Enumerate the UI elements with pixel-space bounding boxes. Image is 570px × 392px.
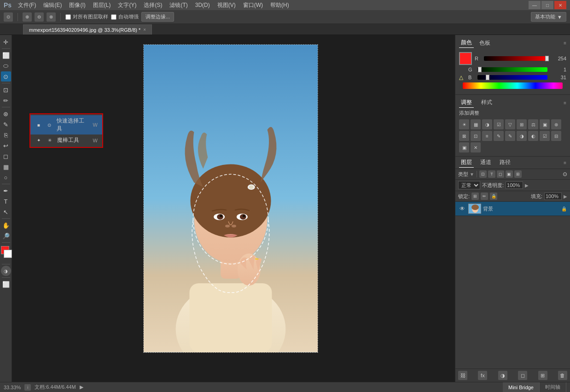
menu-window[interactable]: 窗口(W) <box>240 1 266 9</box>
quick-select-flyout-item[interactable]: ■ ⊙ 快速选择工具 W <box>30 115 102 135</box>
path-select-button[interactable]: ↖ <box>1 207 11 217</box>
filter-fill-icon[interactable]: ▣ <box>506 170 513 178</box>
opacity-input[interactable] <box>506 181 523 189</box>
intersect-selection-icon[interactable]: ⊗ <box>47 12 56 22</box>
document-tab[interactable]: mmexport1563940209496.jpg @ 33.3%(RGB/8)… <box>23 24 152 35</box>
timeline-tab[interactable]: 时间轴 <box>540 382 566 392</box>
auto-enhance-checkbox[interactable] <box>111 14 116 20</box>
selective-color-icon[interactable]: ◐ <box>528 131 538 141</box>
photo-filter-icon[interactable]: ⊛ <box>551 119 561 129</box>
fill-input[interactable] <box>544 193 562 200</box>
minus-icon[interactable]: ⊟ <box>551 131 561 141</box>
filter-toggle[interactable]: ⊙ <box>563 171 567 177</box>
rectangular-select-button[interactable]: ⬜ <box>1 50 11 60</box>
menu-image[interactable]: 图像(I) <box>66 1 88 9</box>
posterize-icon[interactable]: ✎ <box>494 131 504 141</box>
filter-shape-icon[interactable]: ◻ <box>497 170 504 178</box>
channel-mixer-icon[interactable]: ⊠ <box>459 131 469 141</box>
dodge-tool-button[interactable]: ○ <box>1 172 11 182</box>
lasso-tool-button[interactable]: ⬭ <box>1 61 11 71</box>
lock-all-icon[interactable]: 🔒 <box>490 193 497 200</box>
brush-tool-button[interactable]: ✎ <box>1 119 11 129</box>
curves-icon[interactable]: ◑ <box>482 119 492 129</box>
color-spectrum[interactable] <box>463 82 563 89</box>
tab-close-button[interactable]: × <box>143 27 146 32</box>
subtract-selection-icon[interactable]: ⊖ <box>35 12 44 22</box>
check-icon[interactable]: ☑ <box>540 131 550 141</box>
filter-group-icon[interactable]: ⊞ <box>514 170 522 178</box>
zoom-status-icon[interactable]: i <box>24 384 31 391</box>
hsl-icon[interactable]: ⊞ <box>517 119 527 129</box>
filter-pixel-icon[interactable]: ⊡ <box>479 170 487 178</box>
clone-stamp-button[interactable]: ⎘ <box>1 130 11 140</box>
text-tool-button[interactable]: T <box>1 196 11 206</box>
refine-edge-button[interactable]: 调整边缘... <box>141 12 174 22</box>
quick-mask-button[interactable]: ◑ <box>1 266 11 276</box>
blend-mode-select[interactable]: 正常 <box>458 181 480 189</box>
lock-position-icon[interactable]: ✏ <box>481 193 488 200</box>
menu-help[interactable]: 帮助(H) <box>268 1 292 9</box>
quick-select-tool-button[interactable]: ⊙ <box>1 71 11 82</box>
menu-select[interactable]: 选择(S) <box>141 1 165 9</box>
background-color[interactable] <box>4 250 12 258</box>
threshold-icon[interactable]: ✎ <box>505 131 515 141</box>
filter-adjust-icon[interactable]: T <box>488 170 495 178</box>
gradient-map-icon[interactable]: ◑ <box>517 131 527 141</box>
menu-filter[interactable]: 滤镜(T) <box>167 1 190 9</box>
layer-item[interactable]: 👁 背景 🔒 <box>455 202 570 216</box>
maximize-button[interactable]: □ <box>541 1 553 9</box>
levels-icon[interactable]: ▦ <box>471 119 481 129</box>
r-slider[interactable] <box>484 56 547 61</box>
vibrance-icon[interactable]: ▽ <box>505 119 515 129</box>
layers-tab[interactable]: 图层 <box>459 158 474 168</box>
exposure-icon[interactable]: ☑ <box>494 119 504 129</box>
minimize-button[interactable]: — <box>529 1 541 9</box>
new-layer-button[interactable]: ⊞ <box>538 371 547 380</box>
move-tool-button[interactable]: ✛ <box>1 37 11 47</box>
tool-preset-icon[interactable]: ⊙ <box>4 12 13 22</box>
adjustments-menu[interactable]: ≡ <box>564 100 566 105</box>
screen-mode-button[interactable]: ⬜ <box>1 279 11 289</box>
layers-menu[interactable]: ≡ <box>564 160 566 165</box>
sample-all-checkbox[interactable] <box>65 14 71 20</box>
auto-enhance-check[interactable]: 自动增强 <box>111 13 139 20</box>
styles-tab[interactable]: 样式 <box>479 98 494 108</box>
menu-view[interactable]: 视图(V) <box>215 1 238 9</box>
doc-size-arrow[interactable]: ▶ <box>80 384 83 390</box>
eraser-tool-button[interactable]: ◻ <box>1 151 11 161</box>
sample-all-check[interactable]: 对所有图层取样 <box>65 13 108 20</box>
foreground-swatch[interactable] <box>459 52 472 65</box>
delete-layer-button[interactable]: 🗑 <box>558 371 567 380</box>
link-layers-button[interactable]: ⛓ <box>458 371 467 380</box>
grid-icon[interactable]: ▣ <box>459 142 469 152</box>
color-lookup-icon[interactable]: ⊡ <box>471 131 481 141</box>
menu-type[interactable]: 文字(Y) <box>115 1 139 9</box>
opacity-arrow[interactable]: ▶ <box>525 183 529 188</box>
color-panel-menu[interactable]: ≡ <box>564 41 566 46</box>
brightness-icon[interactable]: ☀ <box>459 119 469 129</box>
menu-edit[interactable]: 编辑(E) <box>41 1 64 9</box>
tool-flyout-menu[interactable]: ■ ⊙ 快速选择工具 W ✦ ✳ 魔棒工具 W <box>29 113 103 148</box>
hand-tool-button[interactable]: ✋ <box>1 220 11 230</box>
workspace-selector[interactable]: 基本功能 ▼ <box>531 12 566 22</box>
x-icon[interactable]: ✕ <box>471 142 481 152</box>
healing-brush-button[interactable]: ⊛ <box>1 109 11 119</box>
lock-pixels-icon[interactable]: ⊞ <box>471 193 479 200</box>
new-fill-layer-button[interactable]: ◻ <box>518 371 527 380</box>
mini-bridge-tab[interactable]: Mini Bridge <box>503 382 540 392</box>
eyedropper-tool-button[interactable]: ✏ <box>1 95 11 105</box>
invert-icon[interactable]: ≡ <box>482 131 492 141</box>
filter-dropdown[interactable]: ▼ <box>470 172 474 177</box>
paths-tab[interactable]: 路径 <box>498 158 512 168</box>
gradient-tool-button[interactable]: ▦ <box>1 162 11 172</box>
color-balance-icon[interactable]: ⚖ <box>528 119 538 129</box>
channels-tab[interactable]: 通道 <box>478 158 493 168</box>
swatches-tab[interactable]: 色板 <box>477 38 492 48</box>
color-tab[interactable]: 颜色 <box>459 38 474 48</box>
document-canvas[interactable] <box>143 44 318 353</box>
close-button[interactable]: ✕ <box>554 1 566 9</box>
layer-visibility-toggle[interactable]: 👁 <box>458 205 466 213</box>
g-slider[interactable] <box>477 67 547 72</box>
add-mask-button[interactable]: ◑ <box>498 371 507 380</box>
history-brush-button[interactable]: ↩ <box>1 140 11 151</box>
